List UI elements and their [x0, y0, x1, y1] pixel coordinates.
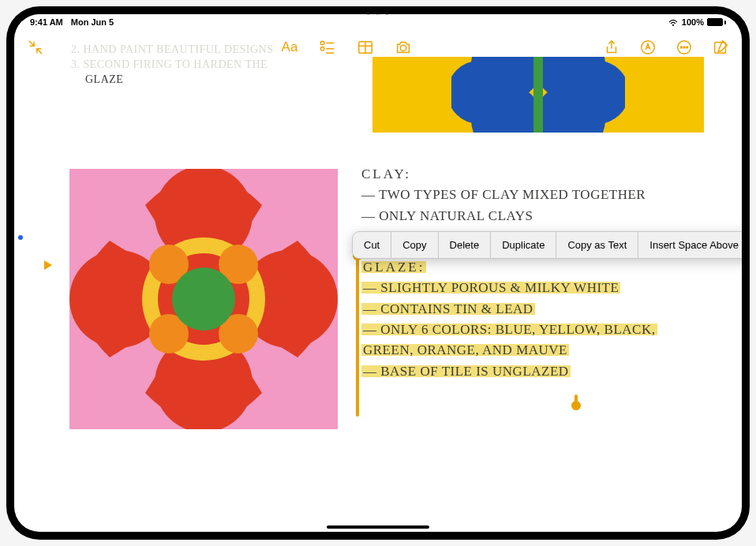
svg-point-33: [172, 267, 235, 331]
svg-point-1: [320, 41, 324, 45]
mini-toolbar-indicator[interactable]: • • •: [366, 14, 391, 21]
battery-percent: 100%: [682, 17, 704, 27]
camera-button[interactable]: [395, 39, 412, 56]
svg-point-0: [672, 24, 674, 26]
clay-line-2: — ONLY NATURAL CLAYS: [361, 206, 646, 226]
clay-line-1: — TWO TYPES OF CLAY MIXED TOGETHER: [361, 185, 646, 205]
context-menu: Cut Copy Delete Duplicate Copy as Text I…: [352, 231, 742, 259]
svg-point-12: [680, 47, 682, 48]
compose-button[interactable]: [712, 39, 729, 56]
context-menu-cut[interactable]: Cut: [353, 232, 391, 258]
wifi-icon: [668, 18, 679, 26]
battery-icon: [707, 18, 726, 26]
ruler-marker-icon[interactable]: [44, 260, 52, 270]
status-time: 9:41 AM: [30, 17, 63, 27]
exit-fullscreen-icon[interactable]: [27, 39, 44, 56]
more-button[interactable]: [676, 39, 693, 56]
faint-line-2: 3. SECOND FIRING TO HARDEN THE: [71, 58, 274, 73]
side-indicator-dot: [18, 235, 23, 240]
glaze-line-3: — ONLY 6 COLORS: BLUE, YELLOW, BLACK,: [361, 322, 657, 337]
svg-point-13: [683, 47, 685, 48]
faint-line-1: 2. HAND PAINT BEAUTIFUL DESIGNS: [71, 43, 274, 58]
context-menu-copy[interactable]: Copy: [391, 232, 438, 258]
svg-point-14: [687, 47, 688, 48]
home-indicator[interactable]: [327, 525, 429, 529]
glaze-line-1: — SLIGHTLY POROUS & MILKY WHITE: [361, 280, 620, 295]
markup-button[interactable]: [639, 39, 657, 56]
top-artwork: [372, 57, 704, 133]
share-button[interactable]: [603, 39, 620, 56]
note-canvas[interactable]: 2. HAND PAINT BEAUTIFUL DESIGNS 3. SECON…: [14, 62, 742, 532]
glaze-section: GLAZE: — SLIGHTLY POROUS & MILKY WHITE —…: [361, 257, 657, 382]
flower-artwork: [69, 169, 338, 429]
table-button[interactable]: [357, 39, 374, 56]
checklist-button[interactable]: [319, 39, 336, 56]
clay-section: CLAY: — TWO TYPES OF CLAY MIXED TOGETHER…: [361, 164, 646, 226]
text-format-button[interactable]: Aa: [281, 39, 298, 56]
screen: 9:41 AM Mon Jun 5 100% • • • A: [14, 14, 742, 532]
glaze-line-3b: GREEN, ORANGE, AND MAUVE: [361, 342, 569, 357]
status-date: Mon Jun 5: [71, 17, 114, 27]
context-menu-duplicate[interactable]: Duplicate: [491, 232, 556, 258]
context-menu-copy-as-text[interactable]: Copy as Text: [556, 232, 638, 258]
selection-start-handle[interactable]: [356, 259, 359, 417]
svg-point-9: [400, 45, 406, 50]
glaze-title: GLAZE:: [361, 260, 426, 275]
clay-title: CLAY:: [361, 164, 646, 185]
ipad-frame: 9:41 AM Mon Jun 5 100% • • • A: [6, 6, 750, 540]
glaze-line-4: — BASE OF TILE IS UNGLAZED: [361, 364, 571, 379]
glaze-line-2: — CONTAINS TIN & LEAD: [361, 301, 535, 316]
handwriting-line-glaze: GLAZE: [85, 73, 274, 88]
selection-end-handle[interactable]: [574, 395, 578, 402]
svg-rect-22: [533, 57, 543, 133]
context-menu-delete[interactable]: Delete: [439, 232, 492, 258]
top-handwriting: 2. HAND PAINT BEAUTIFUL DESIGNS 3. SECON…: [71, 43, 274, 88]
context-menu-insert-space-above[interactable]: Insert Space Above: [638, 232, 742, 258]
svg-point-3: [320, 47, 324, 51]
